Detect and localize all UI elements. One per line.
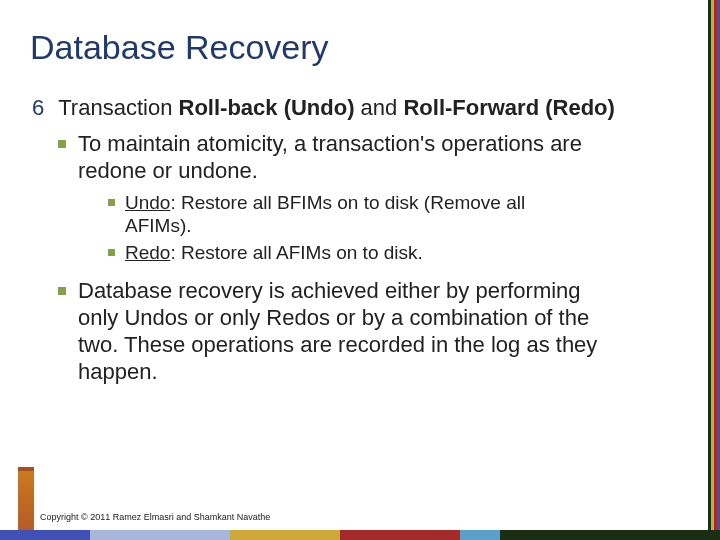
sub-bullet-text: Redo: Restore all AFIMs on to disk. [125,241,423,264]
list-item: Undo: Restore all BFIMs on to disk (Remo… [108,191,672,237]
list-item: To maintain atomicity, a transaction's o… [58,131,672,270]
bottom-edge-decoration [0,530,720,540]
list-item: Redo: Restore all AFIMs on to disk. [108,241,672,264]
text-bold: Roll-back (Undo) [179,95,355,120]
bullet-text: Database recovery is achieved either by … [78,278,598,385]
text-bold: Roll-Forward [403,95,545,120]
section-title: Transaction Roll-back (Undo) and Roll-Fo… [58,95,615,121]
text: Transaction [58,95,178,120]
text-bold: (Redo) [545,95,615,120]
text-underline: Undo [125,192,170,213]
bullet-icon [108,249,115,256]
list-item: Database recovery is achieved either by … [58,278,672,385]
section-heading: 6 Transaction Roll-back (Undo) and Roll-… [32,95,672,121]
bullet-list: To maintain atomicity, a transaction's o… [58,131,672,385]
accent-decoration [18,467,34,531]
right-edge-decoration [708,0,720,540]
bullet-text: To maintain atomicity, a transaction's o… [78,131,598,185]
bullet-icon [58,287,66,295]
text: and [355,95,404,120]
bullet-icon [58,140,66,148]
section-number: 6 [32,95,44,121]
text: : Restore all AFIMs on to disk. [170,242,422,263]
slide-body: Database Recovery 6 Transaction Roll-bac… [0,0,720,540]
bullet-icon [108,199,115,206]
copyright-text: Copyright © 2011 Ramez Elmasri and Shamk… [40,512,270,522]
sub-bullet-list: Undo: Restore all BFIMs on to disk (Remo… [108,191,672,265]
sub-bullet-text: Undo: Restore all BFIMs on to disk (Remo… [125,191,595,237]
page-title: Database Recovery [30,28,672,67]
text: : Restore all BFIMs on to disk (Remove a… [125,192,525,236]
text-underline: Redo [125,242,170,263]
